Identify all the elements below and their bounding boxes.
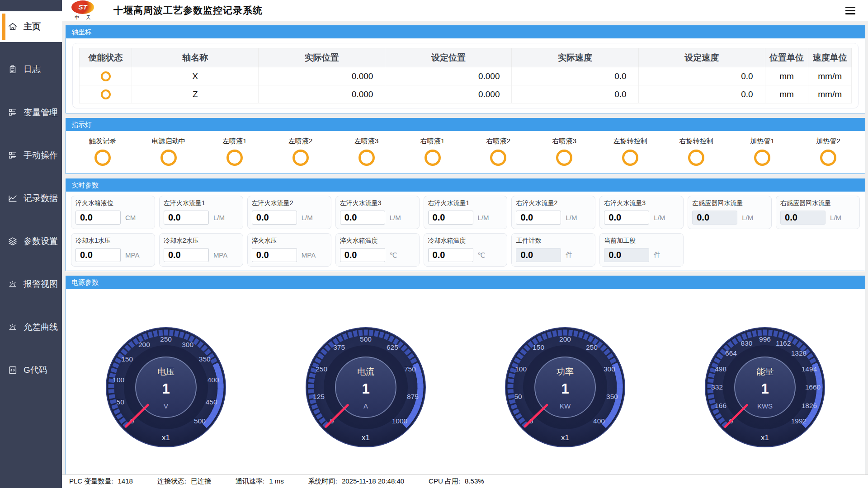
svg-text:830: 830 [741, 339, 753, 347]
param-value-input[interactable]: 0.0 [516, 211, 561, 225]
logo-text: 中 天 [70, 14, 95, 21]
sidebar-item-gcode[interactable]: G代码 [0, 355, 62, 385]
status-value: 2025-11-18 20:48:40 [342, 477, 404, 486]
svg-text:x1: x1 [362, 433, 370, 442]
svg-text:350: 350 [199, 355, 211, 363]
actual-position-cell: 0.000 [259, 67, 385, 85]
svg-text:1660: 1660 [805, 383, 821, 391]
realtime-param-card: 左淬火水流量20.0L/M [247, 196, 331, 229]
sidebar-item-label: 变量管理 [24, 107, 58, 118]
indicator-section-title: 指示灯 [66, 118, 865, 131]
indicator-label: 左喷液1 [202, 137, 268, 145]
sidebar-item-parameter-settings[interactable]: 参数设置 [0, 226, 62, 257]
svg-text:166: 166 [715, 402, 726, 409]
actual-speed-cell: 0.0 [512, 67, 638, 85]
enable-status-indicator [101, 89, 111, 99]
sidebar-item-tolerance-curve[interactable]: 允差曲线 [0, 312, 62, 343]
axis-col-header-2: 实际位置 [259, 48, 385, 67]
svg-text:1: 1 [761, 381, 769, 397]
param-label: 冷却水箱温度 [428, 237, 503, 245]
axis-name-cell: X [132, 67, 259, 85]
indicator-light: 触发记录 [70, 137, 136, 166]
axis-table: 使能状态轴名称实际位置设定位置实际速度设定速度位置单位速度单位 X0.0000.… [79, 48, 852, 103]
param-label: 工件计数 [516, 237, 591, 245]
param-value-input[interactable]: 0.0 [252, 211, 297, 225]
log-icon [8, 65, 18, 75]
status-label: CPU 占用: [429, 477, 460, 486]
param-value-input[interactable]: 0.0 [164, 248, 209, 262]
svg-text:1000: 1000 [392, 417, 407, 425]
indicator-label: 加热管1 [729, 137, 795, 145]
realtime-params-section: 实时参数 淬火水箱液位0.0CM左淬火水流量10.0L/M左淬火水流量20.0L… [66, 178, 865, 271]
param-value-input[interactable]: 0.0 [340, 211, 385, 225]
hamburger-menu-icon[interactable] [845, 7, 855, 14]
param-value-input[interactable]: 0.0 [75, 248, 121, 262]
axis-name-cell: Z [132, 85, 259, 103]
param-value-input[interactable]: 0.0 [604, 211, 649, 225]
svg-text:996: 996 [759, 335, 771, 343]
param-value-input[interactable]: 0.0 [164, 211, 209, 225]
param-unit: ℃ [390, 251, 397, 259]
indicator-light: 左旋转控制 [597, 137, 663, 166]
param-label: 淬火水压 [252, 237, 327, 245]
axis-enable-cell [80, 67, 132, 85]
param-unit: 件 [654, 251, 660, 259]
sidebar-item-label: 日志 [24, 64, 41, 75]
svg-text:375: 375 [333, 343, 345, 351]
gauge-current: 01252503755006257508751000电流1Ax1 [266, 325, 466, 474]
sidebar-item-label: 报警视图 [24, 278, 58, 290]
indicator-lamp-icon [490, 150, 506, 166]
realtime-param-card: 淬火水压0.0MPA [247, 233, 331, 267]
param-value-input[interactable]: 0.0 [516, 248, 561, 262]
indicator-label: 右喷液3 [531, 137, 597, 145]
param-value-input[interactable]: 0.0 [428, 211, 473, 225]
svg-text:KWS: KWS [757, 402, 773, 410]
svg-text:500: 500 [194, 417, 206, 425]
svg-text:1: 1 [561, 381, 569, 397]
svg-text:300: 300 [182, 341, 193, 348]
param-label: 右淬火水流量3 [604, 199, 679, 207]
param-unit: L/M [654, 214, 665, 221]
sidebar-item-variable-management[interactable]: 变量管理 [0, 97, 62, 128]
indicator-light: 右喷液2 [466, 137, 532, 166]
svg-text:能量: 能量 [756, 367, 774, 376]
sidebar-item-manual-operation[interactable]: 手动操作 [0, 140, 62, 171]
sidebar-item-home[interactable]: 主页 [0, 11, 62, 42]
param-value-input[interactable]: 0.0 [340, 248, 385, 262]
axis-col-header-1: 轴名称 [132, 48, 259, 67]
param-label: 右淬火水流量1 [428, 199, 503, 207]
param-value-input[interactable]: 0.0 [75, 211, 121, 225]
sidebar-item-record-data[interactable]: 记录数据 [0, 183, 62, 214]
gauge-energy: 0166332498664830996116213281494166018261… [665, 325, 865, 474]
status-comm-rate: 通讯速率:1 ms [236, 477, 284, 486]
param-value-input[interactable]: 0.0 [692, 211, 737, 225]
svg-text:1: 1 [362, 381, 369, 397]
axis-enable-cell [80, 85, 132, 103]
param-value-input[interactable]: 0.0 [604, 248, 649, 262]
indicator-light: 加热管1 [729, 137, 795, 166]
realtime-param-card: 淬火水箱温度0.0℃ [335, 233, 420, 267]
param-unit: L/M [830, 214, 841, 221]
param-label: 冷却水1水压 [75, 237, 151, 245]
indicator-light: 左喷液3 [334, 137, 400, 166]
svg-text:1: 1 [162, 381, 170, 397]
param-label: 左感应器回水流量 [692, 199, 767, 207]
realtime-param-card: 冷却水箱温度0.0℃ [424, 233, 508, 267]
sidebar-item-alarm-view[interactable]: 报警视图 [0, 269, 62, 300]
sidebar: 主页日志变量管理手动操作记录数据参数设置报警视图允差曲线G代码 [0, 0, 62, 488]
svg-text:x1: x1 [162, 433, 170, 442]
realtime-param-card: 右淬火水流量10.0L/M [424, 196, 508, 229]
axis-table-row: X0.0000.0000.00.0mmmm/m [80, 67, 852, 85]
status-system-time: 系统时间:2025-11-18 20:48:40 [308, 477, 404, 486]
svg-text:200: 200 [559, 335, 571, 343]
actual-position-cell: 0.000 [259, 85, 385, 103]
svg-text:250: 250 [586, 343, 598, 351]
param-value-input[interactable]: 0.0 [252, 248, 297, 262]
sidebar-item-logs[interactable]: 日志 [0, 54, 62, 85]
axis-col-header-6: 位置单位 [765, 48, 808, 67]
param-value-input[interactable]: 0.0 [428, 248, 473, 262]
param-value-input[interactable]: 0.0 [780, 211, 826, 225]
realtime-param-card: 右淬火水流量20.0L/M [511, 196, 595, 229]
status-label: PLC 变量数量: [69, 477, 113, 486]
param-label: 右感应器回水流量 [780, 199, 855, 207]
